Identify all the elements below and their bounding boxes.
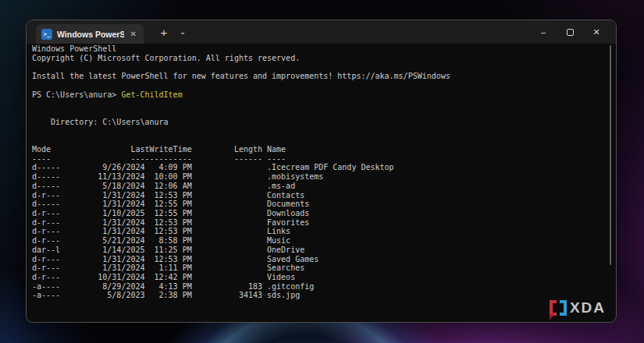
title-bar[interactable]: >_ Windows PowerShell ✕ + ⌄ – ✕ xyxy=(27,20,616,44)
prompt-line: PS C:\Users\anura> Get-ChildItem xyxy=(32,90,183,99)
xda-watermark: XDA xyxy=(550,299,606,316)
terminal-line: d-r--- 1/31/2024 1:11 PM Searches xyxy=(32,263,304,272)
tab-windows-powershell[interactable]: >_ Windows PowerShell ✕ xyxy=(36,24,144,44)
terminal-line: d-r--- 1/31/2024 12:53 PM Links xyxy=(32,227,290,235)
terminal-line: d-r--- 1/31/2024 12:53 PM Favorites xyxy=(32,218,309,227)
tab-title: Windows PowerShell xyxy=(57,30,124,39)
xda-left-bracket-icon xyxy=(550,300,557,316)
terminal-line: d-r--- 1/10/2025 12:55 PM Downloads xyxy=(32,209,309,217)
minimize-icon: – xyxy=(541,27,546,37)
terminal-line: d-r--- 10/31/2024 12:42 PM Videos xyxy=(32,273,295,281)
close-icon: ✕ xyxy=(592,27,600,37)
terminal-line: -a---- 5/8/2023 2:38 PM 34143 sds.jpg xyxy=(32,291,300,299)
tab-close-icon[interactable]: ✕ xyxy=(129,24,138,44)
window-controls: – ✕ xyxy=(530,20,610,44)
typed-command: Get-ChildItem xyxy=(121,90,182,99)
terminal-line: d-r--- 1/31/2024 12:53 PM Contacts xyxy=(32,191,304,200)
minimize-button[interactable]: – xyxy=(530,20,557,44)
new-tab-button[interactable]: + xyxy=(155,24,173,41)
tab-dropdown-button[interactable]: ⌄ xyxy=(174,24,191,41)
terminal-line: Directory: C:\Users\anura xyxy=(32,118,169,126)
close-button[interactable]: ✕ xyxy=(583,20,610,44)
powershell-icon: >_ xyxy=(41,29,52,40)
terminal-line: -a---- 8/29/2024 4:13 PM 183 .gitconfig xyxy=(32,282,314,291)
terminal-line: Windows PowerShell xyxy=(32,44,116,53)
xda-right-bracket-icon xyxy=(560,300,567,316)
terminal-line: ---- ------------- ------ ---- xyxy=(32,154,286,163)
maximize-button[interactable] xyxy=(557,20,583,44)
terminal-line: d----- 1/31/2024 12:55 PM Documents xyxy=(32,200,309,208)
terminal-output[interactable]: Windows PowerShell Copyright (C) Microso… xyxy=(32,44,607,319)
terminal-line: d----- 11/13/2024 10:00 PM .mobisystems xyxy=(32,172,323,181)
terminal-line: Copyright (C) Microsoft Corporation. All… xyxy=(32,54,300,62)
terminal-window: >_ Windows PowerShell ✕ + ⌄ – ✕ Windows … xyxy=(26,19,617,323)
terminal-line: Install the latest PowerShell for new fe… xyxy=(32,72,450,80)
terminal-line: d----- 9/26/2024 4:09 PM .Icecream PDF C… xyxy=(32,163,394,172)
maximize-icon xyxy=(567,29,574,36)
terminal-line: Mode LastWriteTime Length Name xyxy=(32,145,286,154)
terminal-line: dar--l 1/14/2025 11:25 PM OneDrive xyxy=(32,246,304,254)
terminal-line: d-r--- 5/21/2024 8:58 PM Music xyxy=(32,236,290,245)
terminal-line: d-r--- 1/31/2024 12:53 PM Saved Games xyxy=(32,255,318,263)
terminal-line: d----- 5/18/2024 12:06 AM .ms-ad xyxy=(32,182,295,190)
scrollbar-thumb[interactable] xyxy=(610,45,611,265)
desktop-wallpaper: >_ Windows PowerShell ✕ + ⌄ – ✕ Windows … xyxy=(0,0,644,343)
xda-watermark-text: XDA xyxy=(570,299,606,316)
